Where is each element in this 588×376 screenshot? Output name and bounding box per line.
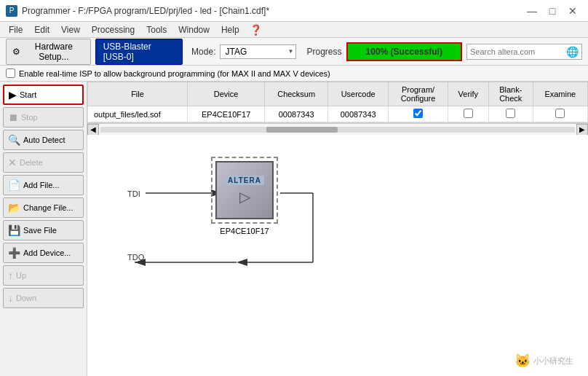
up-label: Up (16, 271, 26, 280)
stop-label: Stop (21, 113, 38, 122)
cell-examine[interactable] (533, 106, 587, 122)
program-checkbox[interactable] (413, 109, 423, 118)
menu-tools[interactable]: Tools (140, 23, 172, 36)
auto-detect-label: Auto Detect (23, 136, 65, 144)
content-area: File Device Checksum Usercode Program/Co… (87, 82, 588, 376)
scroll-right-arrow[interactable]: ▶ (576, 124, 588, 136)
globe-icon: 🌐 (566, 46, 579, 58)
mode-select-wrapper[interactable]: JTAG Active Serial Passive Serial (220, 44, 296, 59)
add-file-button[interactable]: 📄 Add File... (3, 175, 84, 195)
menu-file[interactable]: File (3, 23, 28, 36)
col-verify: Verify (448, 82, 488, 106)
start-button[interactable]: ▶ Start (3, 85, 84, 105)
cell-usercode: 00087343 (328, 106, 389, 122)
table-area: File Device Checksum Usercode Program/Co… (87, 82, 588, 123)
cell-program[interactable] (389, 106, 448, 122)
menu-window[interactable]: Window (172, 23, 215, 36)
main-area: ▶ Start ⏹ Stop 🔍 Auto Detect ✕ Delete 📄 … (0, 82, 588, 376)
cell-checksum: 00087343 (265, 106, 328, 122)
search-input[interactable] (470, 47, 565, 56)
minimize-button[interactable]: — (523, 4, 541, 18)
col-checksum: Checksum (265, 82, 328, 106)
up-icon: ↑ (8, 270, 13, 281)
toolbar: ⚙ Hardware Setup... USB-Blaster [USB-0] … (0, 38, 588, 66)
cell-device: EP4CE10F17 (188, 106, 265, 122)
menu-view[interactable]: View (55, 23, 86, 36)
col-program: Program/Configure (389, 82, 448, 106)
change-file-label: Change File... (23, 203, 73, 212)
auto-detect-button[interactable]: 🔍 Auto Detect (3, 130, 84, 150)
hardware-setup-label: Hardware Setup... (23, 42, 84, 62)
menu-help[interactable]: Help (215, 23, 245, 36)
change-file-icon: 📂 (8, 202, 20, 214)
add-device-label: Add Device... (23, 248, 71, 257)
examine-checkbox[interactable] (555, 109, 565, 118)
isp-row: Enable real-time ISP to allow background… (0, 66, 588, 82)
watermark: 🐱 小小研究生 (514, 353, 573, 369)
chip-body: ALTERA ▷ (215, 161, 274, 219)
start-label: Start (20, 90, 36, 99)
delete-icon: ✕ (8, 157, 17, 168)
down-label: Down (16, 294, 36, 302)
sidebar: ▶ Start ⏹ Stop 🔍 Auto Detect ✕ Delete 📄 … (0, 82, 87, 376)
save-file-label: Save File (23, 226, 57, 235)
chip-label: EP4CE10F17 (211, 227, 278, 235)
horizontal-scrollbar[interactable]: ◀ ▶ (87, 123, 588, 135)
down-button[interactable]: ↓ Down (3, 288, 84, 308)
watermark-icon: 🐱 (514, 353, 531, 369)
mode-select[interactable]: JTAG Active Serial Passive Serial (220, 44, 296, 59)
scroll-thumb[interactable] (266, 127, 338, 133)
cell-blank-check[interactable] (488, 106, 533, 122)
chip-arrow-icon: ▷ (239, 188, 250, 205)
auto-detect-icon: 🔍 (8, 134, 20, 146)
progress-label: Progress (306, 47, 341, 57)
window-controls: — □ ✕ (523, 4, 582, 18)
isp-checkbox[interactable] (6, 68, 15, 78)
up-button[interactable]: ↑ Up (3, 265, 84, 286)
chip-border: ALTERA ▷ (211, 157, 278, 224)
usb-blaster-display: USB-Blaster [USB-0] (95, 39, 183, 65)
col-file: File (88, 82, 188, 106)
search-box[interactable]: 🌐 (466, 44, 582, 60)
blank-check-checkbox[interactable] (506, 109, 515, 118)
mode-label: Mode: (191, 47, 215, 57)
verify-checkbox[interactable] (464, 109, 473, 118)
watermark-text: 小小研究生 (533, 356, 573, 367)
col-blank-check: Blank-Check (488, 82, 533, 106)
menu-bar: File Edit View Processing Tools Window H… (0, 22, 588, 38)
window-title: Programmer - F:/FPGA program/LED/prj/led… (22, 6, 523, 16)
chain-diagram: TDI TDO (87, 135, 588, 376)
delete-label: Delete (20, 158, 43, 167)
hardware-setup-button[interactable]: ⚙ Hardware Setup... (6, 39, 91, 65)
diagram-area: TDI TDO ALTERA (87, 135, 588, 376)
close-button[interactable]: ✕ (563, 4, 582, 18)
col-usercode: Usercode (328, 82, 389, 106)
add-device-button[interactable]: ➕ Add Device... (3, 243, 84, 263)
progress-bar: 100% (Successful) (346, 42, 463, 61)
hardware-icon: ⚙ (12, 47, 20, 57)
maximize-button[interactable]: □ (543, 4, 562, 18)
stop-button[interactable]: ⏹ Stop (3, 107, 84, 128)
stop-icon: ⏹ (8, 111, 18, 123)
menu-edit[interactable]: Edit (28, 23, 55, 36)
save-file-button[interactable]: 💾 Save File (3, 220, 84, 240)
tdi-label: TDI (127, 189, 140, 198)
change-file-button[interactable]: 📂 Change File... (3, 197, 84, 218)
add-device-icon: ➕ (8, 247, 20, 259)
help-icon[interactable]: ❓ (250, 24, 262, 36)
title-bar: P Programmer - F:/FPGA program/LED/prj/l… (0, 0, 588, 22)
app-icon: P (6, 5, 17, 17)
delete-button[interactable]: ✕ Delete (3, 152, 84, 173)
programming-table: File Device Checksum Usercode Program/Co… (87, 82, 588, 122)
scroll-left-arrow[interactable]: ◀ (87, 124, 99, 136)
col-device: Device (188, 82, 265, 106)
isp-label: Enable real-time ISP to allow background… (19, 69, 330, 78)
scroll-track[interactable] (100, 127, 575, 133)
menu-processing[interactable]: Processing (86, 23, 140, 36)
progress-text: 100% (Successful) (366, 47, 442, 57)
start-icon: ▶ (9, 89, 17, 101)
table-row: output_files/led.sof EP4CE10F17 00087343… (88, 106, 588, 122)
cell-verify[interactable] (448, 106, 488, 122)
add-file-label: Add File... (23, 181, 60, 189)
col-examine: Examine (533, 82, 587, 106)
